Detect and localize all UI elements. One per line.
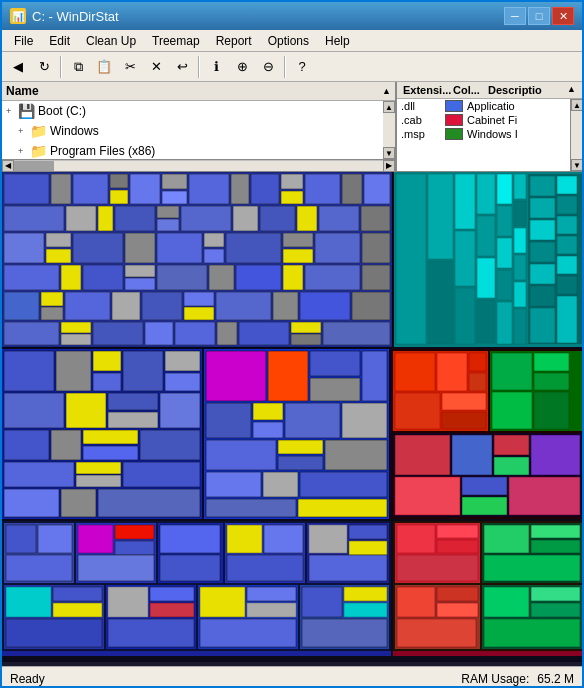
svg-rect-135 [123, 462, 200, 487]
zoom-in-button[interactable]: ⊕ [230, 55, 254, 79]
svg-rect-196 [160, 555, 220, 581]
ext-scroll-down-btn[interactable]: ▼ [571, 159, 582, 171]
ext-scroll-up[interactable]: ▲ [567, 84, 578, 96]
tree-item-windows[interactable]: + 📁 Windows [2, 121, 383, 141]
ram-value: 65.2 M [537, 672, 574, 686]
zoom-out-button[interactable]: ⊖ [256, 55, 280, 79]
svg-rect-34 [125, 233, 155, 263]
svg-rect-69 [93, 322, 143, 345]
svg-rect-181 [462, 477, 507, 495]
svg-rect-155 [263, 472, 298, 497]
svg-rect-219 [247, 603, 296, 617]
ext-desc-msp: Windows I [467, 128, 518, 140]
svg-rect-71 [175, 322, 215, 345]
svg-rect-95 [514, 228, 526, 253]
svg-rect-215 [108, 619, 194, 647]
close-button[interactable]: ✕ [552, 7, 574, 25]
svg-rect-64 [300, 292, 350, 320]
svg-rect-164 [469, 373, 486, 391]
minimize-button[interactable]: ─ [504, 7, 526, 25]
expand-icon: + [18, 146, 30, 156]
svg-rect-190 [78, 525, 113, 553]
svg-rect-18 [4, 206, 64, 231]
scroll-up-arrow[interactable]: ▲ [382, 86, 391, 96]
svg-rect-83 [455, 288, 475, 344]
scroll-up[interactable]: ▲ [383, 101, 395, 113]
menu-options[interactable]: Options [260, 32, 317, 50]
svg-rect-152 [278, 456, 323, 470]
folder-icon: 📁 [30, 123, 46, 139]
svg-rect-129 [83, 430, 138, 444]
refresh-button[interactable]: ↻ [32, 55, 56, 79]
svg-rect-186 [6, 525, 36, 553]
scroll-left[interactable]: ◀ [2, 160, 14, 172]
folder-icon: 📁 [30, 143, 46, 159]
svg-rect-10 [189, 174, 229, 204]
ext-col-color: Col... [451, 84, 486, 96]
svg-rect-11 [231, 174, 249, 204]
svg-rect-157 [206, 499, 296, 517]
svg-rect-243 [484, 587, 529, 617]
ext-scroll-up-btn[interactable]: ▲ [571, 99, 582, 111]
svg-rect-112 [557, 276, 577, 294]
svg-rect-36 [204, 233, 224, 247]
svg-rect-151 [278, 440, 323, 454]
undo-button[interactable]: ↩ [170, 55, 194, 79]
status-bar: Ready RAM Usage: 65.2 M [2, 666, 582, 688]
menu-file[interactable]: File [6, 32, 41, 50]
menu-treemap[interactable]: Treemap [144, 32, 208, 50]
scroll-right[interactable]: ▶ [383, 160, 395, 172]
svg-rect-22 [157, 206, 179, 218]
treemap-panel[interactable] [2, 172, 582, 666]
help-button[interactable]: ? [290, 55, 314, 79]
expand-icon: + [6, 106, 18, 116]
svg-rect-144 [362, 351, 387, 401]
svg-rect-40 [283, 249, 313, 263]
svg-rect-102 [530, 220, 555, 240]
menu-cleanup[interactable]: Clean Up [78, 32, 144, 50]
scroll-down[interactable]: ▼ [383, 147, 395, 159]
svg-rect-200 [227, 555, 303, 581]
svg-rect-188 [6, 555, 72, 581]
back-button[interactable]: ◀ [6, 55, 30, 79]
svg-rect-170 [534, 353, 569, 371]
properties-button[interactable]: ℹ [204, 55, 228, 79]
disk-icon: 💾 [18, 103, 34, 119]
copy-button[interactable]: ⧉ [66, 55, 90, 79]
svg-rect-247 [2, 651, 391, 656]
ext-row-dll[interactable]: .dll Applicatio [397, 99, 570, 113]
cut-button[interactable]: ✂ [118, 55, 142, 79]
svg-rect-88 [497, 174, 512, 204]
svg-rect-125 [108, 412, 158, 428]
svg-rect-195 [160, 525, 220, 553]
svg-rect-162 [437, 353, 467, 391]
svg-rect-87 [477, 300, 495, 343]
ext-col-desc: Descriptio [486, 84, 567, 96]
paste-button[interactable]: 📋 [92, 55, 116, 79]
svg-rect-3 [51, 174, 71, 204]
tree-item-programfiles[interactable]: + 📁 Program Files (x86) [2, 141, 383, 159]
svg-rect-199 [264, 525, 303, 553]
svg-rect-9 [162, 191, 187, 204]
delete-button[interactable]: ✕ [144, 55, 168, 79]
ext-row-msp[interactable]: .msp Windows I [397, 127, 570, 141]
restore-button[interactable]: □ [528, 7, 550, 25]
svg-rect-48 [157, 265, 207, 290]
menu-help[interactable]: Help [317, 32, 358, 50]
menu-report[interactable]: Report [208, 32, 260, 50]
svg-rect-46 [125, 265, 155, 277]
svg-rect-229 [437, 525, 478, 538]
menu-edit[interactable]: Edit [41, 32, 78, 50]
ram-usage-section: RAM Usage: 65.2 M [461, 672, 574, 686]
svg-rect-60 [184, 292, 214, 306]
tree-item-boot[interactable]: + 💾 Boot (C:) [2, 101, 383, 121]
svg-rect-42 [362, 233, 390, 263]
svg-rect-44 [61, 265, 81, 290]
svg-rect-183 [509, 477, 580, 515]
svg-rect-163 [469, 353, 486, 371]
hscroll-thumb[interactable] [14, 161, 54, 171]
ext-row-cab[interactable]: .cab Cabinet Fi [397, 113, 570, 127]
svg-rect-158 [298, 499, 387, 517]
svg-rect-13 [281, 174, 303, 189]
svg-rect-66 [4, 322, 59, 345]
